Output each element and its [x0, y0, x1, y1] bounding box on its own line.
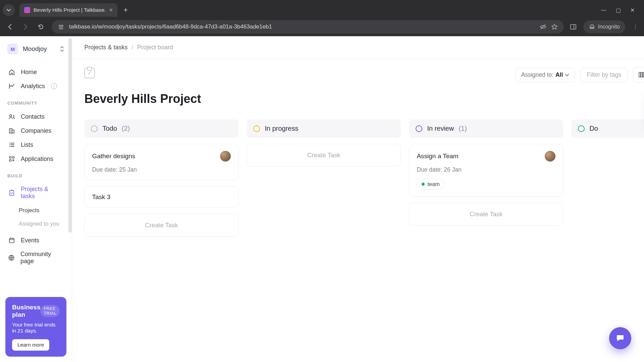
sidebar-item-label: Community page	[20, 251, 64, 265]
browser-chrome: Beverly Hills Project | Talkbase. × + — …	[0, 0, 644, 36]
svg-point-12	[9, 144, 10, 145]
lane-header[interactable]: In review (1)	[409, 119, 563, 138]
sidebar-item-home[interactable]: Home	[5, 65, 66, 79]
chevron-down-icon	[565, 73, 569, 77]
sidebar-item-companies[interactable]: Companies	[5, 124, 66, 138]
sidebar-item-applications[interactable]: Applications	[5, 152, 66, 166]
nav-reload-button[interactable]	[36, 22, 46, 32]
assigned-value: All	[555, 71, 563, 78]
sidebar-item-label: Projects & tasks	[21, 186, 64, 200]
create-task-button[interactable]: Create Task	[84, 214, 238, 237]
assigned-prefix: Assigned to:	[521, 71, 553, 78]
status-ring-icon	[578, 125, 585, 132]
sidebar-scrollbar[interactable]	[68, 36, 72, 362]
layout-toggle	[633, 67, 644, 82]
svg-rect-1	[61, 25, 63, 26]
incognito-label: Incognito	[598, 24, 620, 30]
companies-icon	[8, 127, 15, 134]
assigned-filter[interactable]: Assigned to: All	[516, 68, 575, 82]
lane-inrev: In review (1)Assign a TeamDue date: 26 J…	[409, 119, 563, 237]
task-card[interactable]: Task 3	[84, 186, 238, 208]
svg-point-6	[592, 27, 594, 29]
svg-rect-0	[59, 25, 61, 26]
promo-card: Business plan FREE TRIAL Your free trial…	[5, 297, 66, 357]
chrome-menu-icon[interactable]: ⋮	[632, 23, 639, 30]
svg-point-13	[9, 146, 10, 147]
lane-title: Todo	[102, 125, 117, 132]
incognito-chip[interactable]: Incognito	[583, 20, 625, 33]
tab-title: Beverly Hills Project | Talkbase.	[34, 7, 106, 13]
site-settings-icon[interactable]	[58, 23, 64, 30]
lane-header[interactable]: Do	[571, 119, 644, 138]
card-title: Task 3	[92, 193, 110, 201]
sidebar-item-analytics[interactable]: Analytics i	[5, 79, 66, 93]
sidebar-subitem-projects[interactable]: Projects	[5, 204, 66, 217]
new-tab-button[interactable]: +	[117, 6, 134, 14]
sidebar-item-label: Home	[21, 69, 37, 76]
workspace-name: Moodjoy	[23, 45, 47, 53]
svg-rect-18	[11, 190, 13, 191]
svg-rect-17	[10, 190, 14, 195]
sidebar-item-label: Applications	[21, 156, 53, 163]
lane-inprog: In progress Create Task	[247, 119, 401, 237]
lane-header[interactable]: Todo (2)	[84, 119, 238, 138]
topbar: Projects & tasks / Project board Resourc…	[72, 36, 644, 59]
contacts-icon	[8, 113, 15, 120]
breadcrumb-separator: /	[131, 45, 133, 51]
task-card[interactable]: Gather designsDue date: 25 Jan	[84, 144, 238, 180]
globe-icon	[8, 254, 15, 261]
promo-chip: FREE TRIAL	[40, 305, 60, 317]
window-minimize-icon[interactable]: —	[601, 7, 606, 13]
sidebar-item-label: Analytics	[21, 83, 45, 90]
lane-header[interactable]: In progress	[247, 119, 401, 138]
svg-rect-3	[571, 24, 576, 29]
create-task-button[interactable]: Create Task	[247, 144, 401, 167]
tag-filter-input[interactable]: Filter by tags	[580, 68, 628, 82]
card-due-date: Due date: 26 Jan	[417, 166, 555, 173]
chat-fab-button[interactable]	[609, 327, 631, 349]
url-text: talkbase.io/w/moodjoy/tasks/projects/6aa…	[69, 23, 535, 30]
task-card[interactable]: Assign a TeamDue date: 26 Janteam	[409, 144, 563, 197]
breadcrumb-current: Project board	[137, 44, 173, 51]
board-view-button[interactable]	[633, 67, 644, 82]
applications-icon	[8, 155, 15, 163]
window-close-icon[interactable]: ✕	[630, 7, 635, 13]
sidebar-item-community-page[interactable]: Community page	[5, 247, 66, 268]
sidebar-item-events[interactable]: Events	[5, 233, 66, 247]
favicon-icon	[24, 7, 30, 13]
svg-point-8	[10, 115, 12, 117]
tag-dot-icon	[422, 183, 425, 186]
browser-tab[interactable]: Beverly Hills Project | Talkbase. ×	[19, 3, 117, 17]
status-ring-icon	[253, 125, 260, 132]
lists-icon	[8, 141, 15, 148]
sidebar-item-lists[interactable]: Lists	[5, 138, 66, 152]
tab-search-button[interactable]	[3, 4, 15, 16]
promo-body: Your free trial ends in 21 days.	[12, 322, 60, 334]
tracking-off-icon[interactable]	[540, 23, 546, 30]
address-bar[interactable]: talkbase.io/w/moodjoy/tasks/projects/6aa…	[52, 20, 564, 34]
calendar-icon	[8, 237, 15, 244]
main-area: Projects & tasks / Project board Resourc…	[72, 36, 644, 362]
sidebar-item-label: Assigned to you	[19, 221, 59, 227]
analytics-icon	[8, 82, 15, 90]
sidebar-item-contacts[interactable]: Contacts	[5, 110, 66, 124]
promo-learn-more-button[interactable]: Learn more	[12, 339, 49, 351]
sidepanel-icon[interactable]	[570, 23, 577, 30]
lane-title: In progress	[265, 125, 298, 132]
workspace-switcher[interactable]: M Moodjoy	[5, 42, 66, 56]
clipboard-check-icon	[8, 189, 15, 196]
svg-rect-21	[639, 72, 640, 77]
breadcrumb-root[interactable]: Projects & tasks	[84, 44, 127, 51]
window-maximize-icon[interactable]: ▢	[616, 7, 621, 13]
create-task-button[interactable]: Create Task	[409, 203, 563, 226]
nav-back-button[interactable]	[5, 22, 15, 32]
tab-close-icon[interactable]: ×	[109, 7, 113, 14]
svg-line-2	[541, 24, 545, 29]
bookmark-star-icon[interactable]	[551, 23, 558, 30]
workspace-badge: M	[7, 44, 18, 54]
incognito-icon	[589, 23, 595, 30]
sidebar-subitem-assigned[interactable]: Assigned to you	[5, 218, 66, 230]
sidebar-item-projects-tasks[interactable]: Projects & tasks	[5, 182, 66, 203]
nav-forward-button[interactable]	[21, 22, 30, 32]
card-tag[interactable]: team	[417, 179, 445, 190]
